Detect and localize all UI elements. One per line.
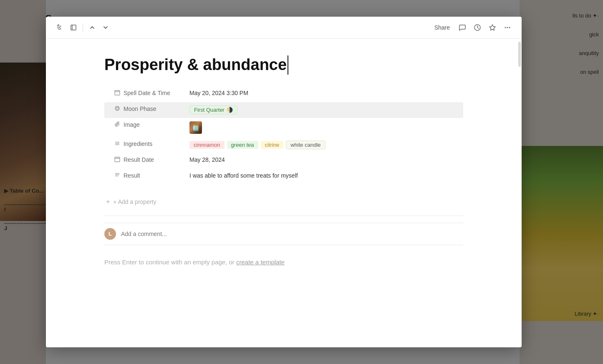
modal-toolbar: Share bbox=[46, 17, 522, 39]
spell-date-label: Spell Date & Time bbox=[124, 90, 170, 96]
ingredients-label: Ingredients bbox=[124, 141, 152, 147]
comment-input[interactable] bbox=[121, 231, 463, 237]
nav-down-button[interactable] bbox=[100, 22, 111, 33]
svg-point-7 bbox=[116, 107, 119, 110]
ingredient-tag-citrine[interactable]: citrine bbox=[261, 141, 284, 149]
prop-value-image[interactable]: 🫙 bbox=[188, 118, 463, 137]
moon-phase-icon bbox=[114, 105, 120, 113]
prop-label-result-date[interactable]: Result Date bbox=[113, 153, 188, 167]
result-label: Result bbox=[124, 172, 140, 179]
favorite-icon[interactable] bbox=[487, 22, 498, 33]
prop-row-spell-date[interactable]: ⋮⋮ Spell Date & Time May 20, 2024 3:30 P… bbox=[104, 86, 463, 102]
toolbar-divider bbox=[83, 23, 83, 32]
toolbar-right: Share bbox=[431, 22, 513, 33]
full-page-icon[interactable] bbox=[68, 22, 79, 33]
moon-phase-label: Moon Phase bbox=[124, 105, 156, 112]
result-date-value: May 28, 2024 bbox=[189, 156, 225, 163]
moon-phase-tag: First Quarter 🌗 bbox=[189, 105, 237, 114]
add-property-button[interactable]: + + Add a property bbox=[104, 195, 158, 209]
comment-section: L bbox=[104, 223, 463, 245]
more-options-icon[interactable] bbox=[502, 22, 513, 33]
prop-value-ingredients[interactable]: cinnnamon green tea citrine white candle bbox=[188, 137, 463, 153]
prop-row-image[interactable]: ⋮⋮ Image 🫙 bbox=[104, 118, 463, 137]
svg-rect-0 bbox=[71, 25, 76, 30]
prop-row-result-date[interactable]: ⋮⋮ Result Date May 28, 2024 bbox=[104, 153, 463, 169]
calendar-icon-1 bbox=[114, 90, 120, 97]
svg-point-2 bbox=[505, 27, 506, 28]
modal: Share bbox=[46, 17, 522, 347]
prop-label-moon-phase[interactable]: Moon Phase bbox=[113, 102, 188, 116]
comment-icon[interactable] bbox=[457, 22, 468, 33]
prop-value-result-date[interactable]: May 28, 2024 bbox=[188, 153, 463, 166]
svg-rect-5 bbox=[115, 90, 120, 95]
image-thumbnail[interactable]: 🫙 bbox=[189, 121, 202, 134]
prop-row-ingredients[interactable]: ⋮⋮ Ingredients cinnnamon green tea citri bbox=[104, 137, 463, 153]
prop-label-image[interactable]: Image bbox=[113, 118, 188, 132]
prop-row-moon-phase[interactable]: ⋮⋮ Moon Phase First Quarter 🌗 bbox=[104, 102, 463, 118]
svg-rect-11 bbox=[115, 157, 120, 162]
template-hint-text: Press Enter to continue with an empty pa… bbox=[104, 259, 236, 266]
spell-date-value: May 20, 2024 3:30 PM bbox=[189, 90, 248, 96]
image-label: Image bbox=[124, 121, 140, 128]
history-icon[interactable] bbox=[472, 22, 483, 33]
template-hint: Press Enter to continue with an empty pa… bbox=[104, 255, 463, 266]
result-value: I was able to afford some treats for mys… bbox=[189, 172, 298, 179]
create-template-link[interactable]: create a template bbox=[236, 259, 285, 266]
ingredient-tag-greentea[interactable]: green tea bbox=[227, 141, 258, 149]
prop-label-spell-date[interactable]: Spell Date & Time bbox=[113, 86, 188, 100]
list-icon bbox=[114, 141, 120, 148]
prop-label-result[interactable]: Result bbox=[113, 169, 188, 183]
prop-value-moon-phase[interactable]: First Quarter 🌗 bbox=[188, 102, 463, 118]
page-title[interactable]: Prosperity & abundance bbox=[104, 55, 288, 75]
section-divider bbox=[104, 216, 463, 216]
modal-content[interactable]: Prosperity & abundance ⋮⋮ Spell Date & T… bbox=[46, 39, 522, 347]
prop-value-result[interactable]: I was able to afford some treats for mys… bbox=[188, 169, 463, 182]
prop-label-ingredients[interactable]: Ingredients bbox=[113, 137, 188, 151]
svg-point-4 bbox=[509, 27, 510, 28]
add-property-label: + Add a property bbox=[113, 198, 156, 205]
properties-table: ⋮⋮ Spell Date & Time May 20, 2024 3:30 P… bbox=[104, 86, 463, 185]
result-date-label: Result Date bbox=[124, 156, 154, 163]
ingredient-tag-cinnamon[interactable]: cinnnamon bbox=[189, 141, 225, 149]
comment-avatar: L bbox=[104, 228, 116, 240]
ingredient-tag-white-candle[interactable]: white candle bbox=[286, 141, 325, 149]
nav-up-button[interactable] bbox=[86, 22, 98, 33]
prop-row-result[interactable]: ⋮⋮ Result I was able to afford some trea… bbox=[104, 169, 463, 185]
calendar-icon-2 bbox=[114, 156, 120, 163]
prop-value-spell-date[interactable]: May 20, 2024 3:30 PM bbox=[188, 86, 463, 100]
scrollbar[interactable] bbox=[518, 42, 521, 67]
add-property-icon: + bbox=[106, 198, 110, 206]
arrow-back-icon[interactable] bbox=[54, 22, 66, 33]
share-button[interactable]: Share bbox=[431, 23, 453, 33]
lines-icon bbox=[114, 172, 120, 179]
paperclip-icon bbox=[114, 121, 120, 128]
toolbar-left bbox=[54, 22, 111, 33]
svg-point-3 bbox=[507, 27, 508, 28]
